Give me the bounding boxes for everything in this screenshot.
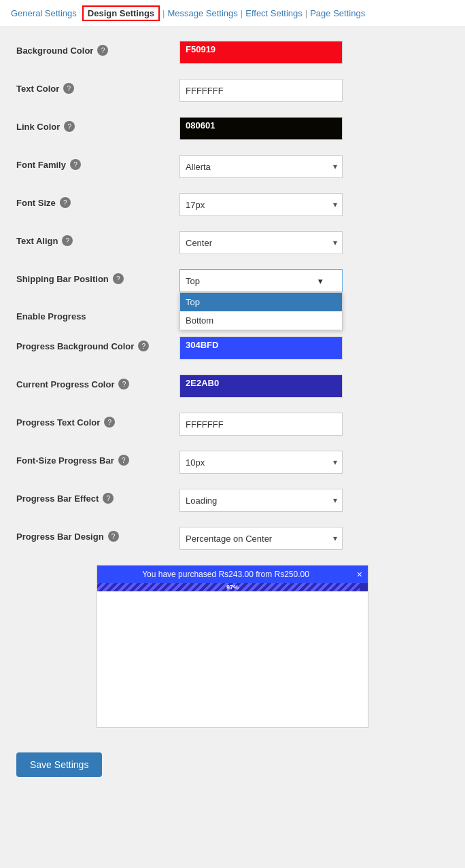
link-color-label: Link Color bbox=[16, 122, 60, 132]
nav-general-settings[interactable]: General Settings bbox=[11, 8, 77, 18]
text-align-input-col: Left Center Right ▾ bbox=[179, 231, 449, 254]
background-color-input-col: F50919 bbox=[179, 41, 449, 64]
background-color-label: Background Color bbox=[16, 46, 93, 56]
progress-bar-design-input-col: Percentage on Center Flat Striped ▾ bbox=[179, 527, 449, 550]
shipping-bar-position-value: Top bbox=[186, 276, 200, 286]
text-color-help-icon[interactable]: ? bbox=[63, 83, 74, 94]
shipping-bar-position-option-bottom[interactable]: Bottom bbox=[180, 311, 342, 330]
text-color-input[interactable] bbox=[179, 79, 343, 102]
preview-close-button[interactable]: × bbox=[357, 569, 362, 580]
font-family-label-col: Font Family ? bbox=[16, 155, 179, 170]
font-family-help-icon[interactable]: ? bbox=[70, 159, 81, 170]
font-size-select-wrapper: 10px 12px 14px 17px 20px ▾ bbox=[179, 193, 343, 216]
save-settings-button[interactable]: Save Settings bbox=[16, 752, 102, 777]
top-navigation: General Settings Design Settings | Messa… bbox=[0, 0, 465, 27]
text-color-row: Text Color ? bbox=[16, 79, 449, 102]
progress-bar-design-label: Progress Bar Design bbox=[16, 532, 104, 542]
shipping-bar-position-label-col: Shipping Bar Position ? bbox=[16, 269, 179, 284]
progress-bar-effect-input-col: None Loading Pulse ▾ bbox=[179, 489, 449, 512]
shipping-bar-position-row: Shipping Bar Position ? Top ▾ Top Bottom bbox=[16, 269, 449, 292]
link-color-input-col: 080601 bbox=[179, 117, 449, 140]
font-size-progress-select[interactable]: 8px 10px 12px 14px bbox=[179, 451, 343, 474]
progress-text-color-input[interactable] bbox=[179, 413, 343, 436]
background-color-input[interactable]: F50919 bbox=[179, 41, 343, 64]
progress-bar-design-select-wrapper: Percentage on Center Flat Striped ▾ bbox=[179, 527, 343, 550]
font-family-select[interactable]: Allerta Arial Verdana bbox=[179, 155, 343, 178]
font-size-label: Font Size bbox=[16, 198, 56, 208]
current-progress-color-label: Current Progress Color bbox=[16, 379, 114, 389]
progress-bar-design-help-icon[interactable]: ? bbox=[108, 531, 119, 542]
font-family-input-col: Allerta Arial Verdana ▾ bbox=[179, 155, 449, 178]
nav-sep-4: | bbox=[305, 8, 307, 18]
shipping-bar-position-input-col: Top ▾ Top Bottom bbox=[179, 269, 449, 292]
progress-bar-effect-select[interactable]: None Loading Pulse bbox=[179, 489, 343, 512]
progress-bar-design-select[interactable]: Percentage on Center Flat Striped bbox=[179, 527, 343, 550]
text-color-input-col bbox=[179, 79, 449, 102]
text-align-row: Text Align ? Left Center Right ▾ bbox=[16, 231, 449, 254]
font-size-help-icon[interactable]: ? bbox=[60, 197, 71, 208]
progress-text-color-help-icon[interactable]: ? bbox=[104, 417, 115, 428]
text-align-select-wrapper: Left Center Right ▾ bbox=[179, 231, 343, 254]
font-size-input-col: 10px 12px 14px 17px 20px ▾ bbox=[179, 193, 449, 216]
preview-progress-bar: 97% bbox=[97, 583, 368, 591]
current-progress-color-help-icon[interactable]: ? bbox=[118, 379, 129, 389]
progress-text-color-row: Progress Text Color ? bbox=[16, 413, 449, 436]
preview-box: You have purchased Rs243.00 from Rs250.0… bbox=[97, 565, 368, 728]
nav-message-settings[interactable]: Message Settings bbox=[167, 8, 237, 18]
progress-bg-color-input[interactable]: 304BFD bbox=[179, 336, 343, 360]
current-progress-color-input[interactable]: 2E2AB0 bbox=[179, 375, 343, 398]
progress-bar-design-label-col: Progress Bar Design ? bbox=[16, 527, 179, 542]
progress-bar-design-row: Progress Bar Design ? Percentage on Cent… bbox=[16, 527, 449, 550]
progress-bg-color-row: Progress Background Color ? 304BFD bbox=[16, 336, 449, 360]
progress-bg-color-label: Progress Background Color bbox=[16, 341, 134, 351]
link-color-help-icon[interactable]: ? bbox=[64, 121, 75, 132]
preview-header: You have purchased Rs243.00 from Rs250.0… bbox=[97, 566, 368, 583]
progress-text-color-input-col bbox=[179, 413, 449, 436]
link-color-input[interactable]: 080601 bbox=[179, 117, 343, 140]
nav-effect-settings[interactable]: Effect Settings bbox=[245, 8, 303, 18]
link-color-row: Link Color ? 080601 bbox=[16, 117, 449, 140]
preview-message: You have purchased Rs243.00 from Rs250.0… bbox=[104, 570, 347, 579]
progress-bg-color-input-col: 304BFD bbox=[179, 336, 449, 360]
progress-bg-color-label-col: Progress Background Color ? bbox=[16, 336, 179, 351]
nav-sep-3: | bbox=[241, 8, 243, 18]
progress-text-color-label-col: Progress Text Color ? bbox=[16, 413, 179, 428]
background-color-label-col: Background Color ? bbox=[16, 41, 179, 56]
font-size-progress-select-wrapper: 8px 10px 12px 14px ▾ bbox=[179, 451, 343, 474]
font-size-label-col: Font Size ? bbox=[16, 193, 179, 208]
shipping-bar-position-trigger[interactable]: Top ▾ bbox=[179, 269, 343, 292]
font-size-progress-help-icon[interactable]: ? bbox=[118, 455, 129, 466]
text-align-select[interactable]: Left Center Right bbox=[179, 231, 343, 254]
save-section: Save Settings bbox=[0, 742, 465, 788]
current-progress-color-input-col: 2E2AB0 bbox=[179, 375, 449, 398]
shipping-bar-position-option-top[interactable]: Top bbox=[180, 293, 342, 311]
text-align-label: Text Align bbox=[16, 236, 58, 246]
background-color-help-icon[interactable]: ? bbox=[97, 45, 108, 56]
nav-design-settings[interactable]: Design Settings bbox=[82, 5, 160, 21]
progress-bar-effect-select-wrapper: None Loading Pulse ▾ bbox=[179, 489, 343, 512]
enable-progress-label-col: Enable Progress bbox=[16, 307, 179, 322]
preview-body bbox=[97, 591, 368, 727]
text-align-help-icon[interactable]: ? bbox=[62, 235, 73, 246]
shipping-bar-position-help-icon[interactable]: ? bbox=[113, 273, 124, 284]
progress-bg-color-help-icon[interactable]: ? bbox=[138, 341, 149, 351]
nav-sep-2: | bbox=[162, 8, 165, 18]
font-family-label: Font Family bbox=[16, 160, 66, 170]
font-size-row: Font Size ? 10px 12px 14px 17px 20px ▾ bbox=[16, 193, 449, 216]
font-size-progress-label-col: Font-Size Progress Bar ? bbox=[16, 451, 179, 466]
progress-bar-effect-label-col: Progress Bar Effect ? bbox=[16, 489, 179, 504]
progress-bar-effect-help-icon[interactable]: ? bbox=[103, 493, 114, 504]
nav-page-settings[interactable]: Page Settings bbox=[310, 8, 365, 18]
preview-percent-label: 97% bbox=[97, 584, 368, 591]
current-progress-color-label-col: Current Progress Color ? bbox=[16, 375, 179, 389]
progress-bar-effect-label: Progress Bar Effect bbox=[16, 493, 99, 504]
font-size-progress-row: Font-Size Progress Bar ? 8px 10px 12px 1… bbox=[16, 451, 449, 474]
shipping-bar-position-chevron-icon: ▾ bbox=[318, 276, 323, 286]
shipping-bar-position-label: Shipping Bar Position bbox=[16, 274, 109, 284]
shipping-bar-position-dropdown-menu: Top Bottom bbox=[179, 292, 343, 330]
preview-section: You have purchased Rs243.00 from Rs250.0… bbox=[16, 565, 449, 728]
font-size-progress-input-col: 8px 10px 12px 14px ▾ bbox=[179, 451, 449, 474]
progress-bar-effect-row: Progress Bar Effect ? None Loading Pulse… bbox=[16, 489, 449, 512]
font-size-select[interactable]: 10px 12px 14px 17px 20px bbox=[179, 193, 343, 216]
text-color-label: Text Color bbox=[16, 84, 59, 94]
